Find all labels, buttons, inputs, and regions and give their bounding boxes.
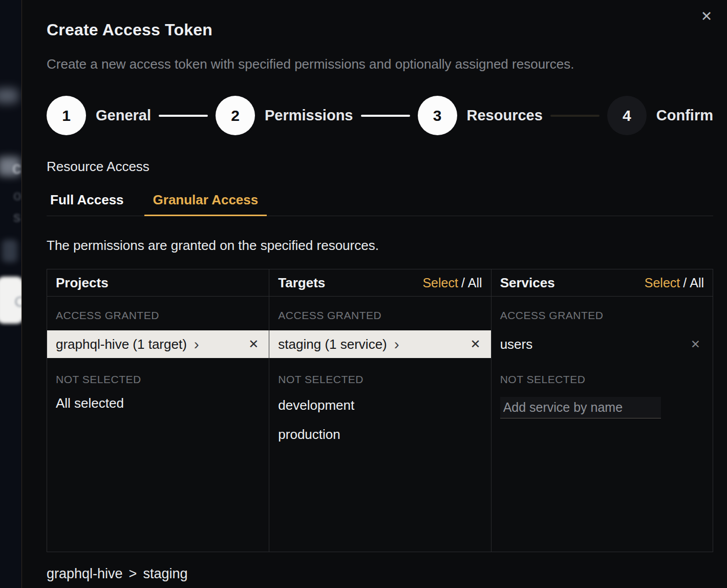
granular-access-note: The permissions are granted on the speci… [47, 238, 713, 254]
granted-service-label: users [500, 337, 533, 352]
remove-service-icon[interactable]: ✕ [691, 338, 700, 351]
create-access-token-dialog: ✕ Create Access Token Create a new acces… [22, 0, 727, 588]
remove-target-icon[interactable]: ✕ [471, 337, 481, 351]
chevron-right-icon: › [194, 338, 199, 350]
step-number: 1 [47, 96, 86, 135]
not-selected-label: NOT SELECTED [491, 358, 713, 391]
background-blur-blob [2, 240, 17, 262]
resource-access-heading: Resource Access [47, 159, 713, 175]
step-label: General [96, 107, 151, 124]
projects-header-title: Projects [56, 275, 109, 291]
step-connector [361, 115, 410, 117]
projects-column: Projects ACCESS GRANTED graphql-hive (1 … [47, 269, 269, 552]
projects-column-header: Projects [47, 269, 269, 297]
step-label: Confirm [656, 107, 713, 124]
tab-granular-access[interactable]: Granular Access [144, 192, 267, 216]
target-option-development[interactable]: development [269, 391, 490, 420]
selected-project-label: graphql-hive (1 target) [56, 337, 187, 352]
not-selected-label: NOT SELECTED [47, 358, 269, 391]
step-connector [550, 115, 600, 117]
step-general[interactable]: 1 General [47, 96, 151, 135]
targets-select-link[interactable]: Select [422, 276, 458, 290]
projects-all-selected-text: All selected [47, 391, 269, 416]
select-all-divider: / [461, 276, 465, 290]
background-blur-text: o [13, 187, 22, 204]
breadcrumb-project: graphql-hive [47, 566, 123, 582]
access-mode-tabs: Full Access Granular Access [47, 192, 713, 216]
targets-select-all: Select/All [422, 276, 482, 290]
services-header-title: Services [500, 275, 555, 291]
not-selected-label: NOT SELECTED [269, 358, 490, 391]
step-label: Resources [467, 107, 543, 124]
access-granted-label: ACCESS GRANTED [47, 297, 269, 327]
step-connector [159, 115, 208, 117]
step-permissions[interactable]: 2 Permissions [216, 96, 353, 135]
background-blur-glyph: C [14, 293, 22, 310]
step-number: 2 [216, 96, 255, 135]
selected-project-row[interactable]: graphql-hive (1 target) › ✕ [47, 330, 269, 358]
selected-target-row[interactable]: staging (1 service) › ✕ [269, 330, 490, 358]
services-column: Services Select/All ACCESS GRANTED users… [491, 269, 713, 552]
step-confirm: 4 Confirm [607, 96, 713, 135]
breadcrumb-target: staging [143, 566, 187, 582]
breadcrumb-separator: > [129, 566, 137, 582]
targets-all-link[interactable]: All [468, 276, 482, 290]
background-blur-blob [0, 88, 18, 103]
remove-project-icon[interactable]: ✕ [248, 337, 259, 351]
background-blur-text: s [13, 209, 20, 225]
chevron-right-icon: › [394, 338, 399, 350]
breadcrumb: graphql-hive > staging [47, 566, 713, 582]
background-page: c o s C [0, 0, 22, 588]
services-all-link[interactable]: All [690, 276, 704, 290]
select-all-divider: / [683, 276, 687, 290]
access-granted-label: ACCESS GRANTED [491, 297, 713, 327]
targets-header-title: Targets [278, 275, 325, 291]
step-resources[interactable]: 3 Resources [418, 96, 543, 135]
services-column-header: Services Select/All [491, 269, 713, 297]
targets-column: Targets Select/All ACCESS GRANTED stagin… [269, 269, 490, 552]
dialog-title: Create Access Token [47, 20, 713, 39]
targets-column-header: Targets Select/All [269, 269, 490, 297]
services-select-all: Select/All [645, 276, 704, 290]
step-label: Permissions [265, 107, 353, 124]
close-icon[interactable]: ✕ [696, 6, 717, 27]
step-number: 4 [607, 96, 647, 135]
target-option-production[interactable]: production [269, 420, 490, 449]
wizard-stepper: 1 General 2 Permissions 3 Resources 4 Co… [47, 96, 713, 135]
tab-full-access[interactable]: Full Access [47, 192, 129, 216]
services-select-link[interactable]: Select [645, 276, 680, 290]
background-blur-text: c [12, 158, 21, 178]
step-number: 3 [418, 96, 457, 135]
dialog-description: Create a new access token with specified… [47, 56, 713, 72]
resource-picker-table: Projects ACCESS GRANTED graphql-hive (1 … [47, 269, 713, 552]
access-granted-label: ACCESS GRANTED [269, 297, 490, 327]
granted-service-row: users ✕ [491, 330, 713, 358]
selected-target-label: staging (1 service) [278, 337, 387, 352]
add-service-input[interactable] [500, 397, 661, 418]
